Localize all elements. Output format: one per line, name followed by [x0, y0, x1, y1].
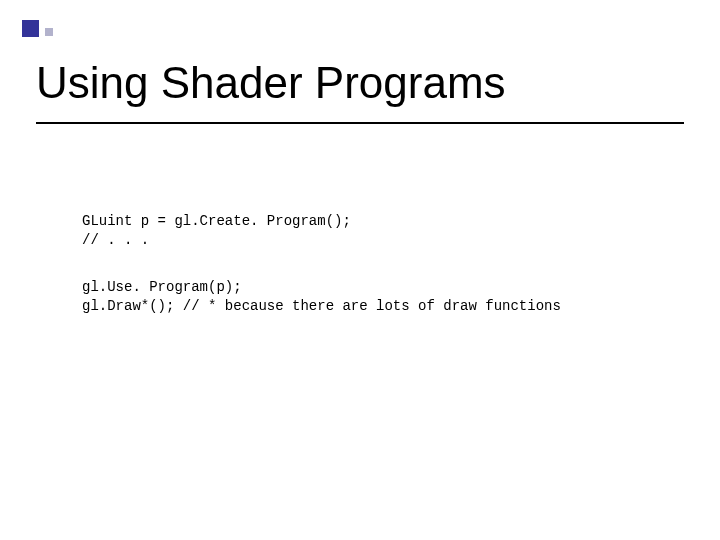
code-block-2: gl.Use. Program(p); gl.Draw*(); // * bec… — [82, 278, 561, 316]
code-block-1: GLuint p = gl.Create. Program(); // . . … — [82, 212, 351, 250]
title-underline — [36, 122, 684, 124]
title-bullet-decoration — [22, 20, 53, 37]
slide: Using Shader Programs GLuint p = gl.Crea… — [0, 0, 720, 540]
bullet-large-square-icon — [22, 20, 39, 37]
bullet-small-square-icon — [45, 28, 53, 36]
slide-title: Using Shader Programs — [36, 58, 506, 108]
